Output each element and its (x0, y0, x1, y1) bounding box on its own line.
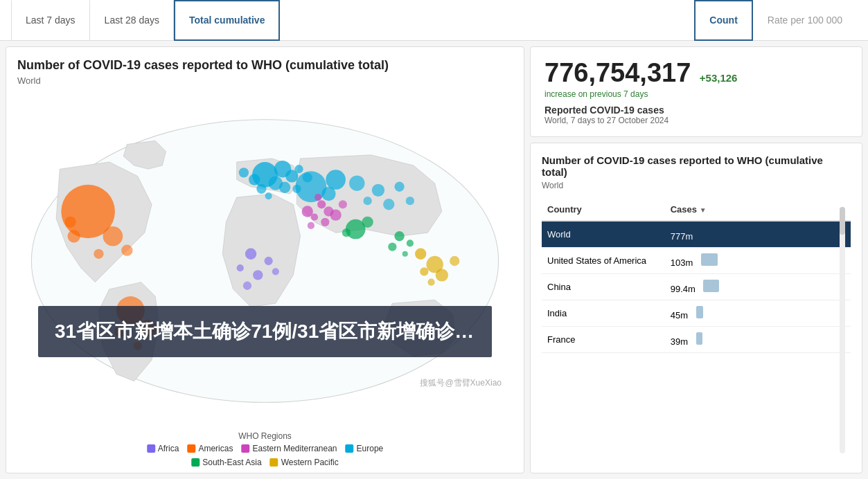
overlay-banner: 31省区市新增本土确诊71例/31省区市新增确诊144例 本土126例 (38, 306, 492, 357)
svg-point-18 (317, 200, 326, 208)
watermark: 搜狐号@雪臂XueXiao (420, 377, 502, 389)
legend-western-pacific-label: Western Pacific (281, 458, 339, 467)
nav-rateper100k[interactable]: Rate per 100 000 (753, 0, 857, 41)
stats-card: 776,754,317 +53,126 increase on previous… (530, 46, 862, 137)
cell-cases-china: 99.4m (665, 274, 851, 300)
stats-number: 776,754,317 (544, 58, 691, 87)
svg-point-37 (103, 226, 123, 246)
stats-label: Reported COVID-19 cases (544, 105, 848, 116)
svg-point-10 (279, 182, 290, 193)
legend-americas: Americas (187, 444, 233, 453)
main-content: Number of COVID-19 cases reported to WHO… (0, 41, 868, 479)
legend-southeast-asia-label: South-East Asia (202, 458, 261, 467)
svg-point-46 (245, 248, 256, 260)
svg-point-60 (342, 228, 351, 237)
table-title: Number of COVID-19 cases reported to WHO… (542, 154, 851, 178)
legend-americas-label: Americas (198, 444, 233, 453)
cell-country-world: World (542, 221, 665, 248)
cases-table: Country Cases ▼ World 777m (542, 199, 851, 353)
svg-point-35 (402, 251, 408, 257)
bar-china (703, 280, 719, 292)
legend-africa: Africa (147, 444, 179, 453)
legend-eastern-med: Eastern Mediterranean (241, 444, 337, 453)
bar-usa (701, 253, 718, 266)
svg-point-17 (302, 206, 313, 217)
eastern-med-color (241, 444, 249, 453)
table-row: China 99.4m (542, 274, 851, 300)
svg-point-51 (243, 282, 251, 290)
svg-point-25 (308, 222, 315, 229)
svg-point-6 (256, 184, 266, 194)
map-panel-title: Number of COVID-19 cases reported to WHO… (17, 58, 513, 73)
legend-europe-label: Europe (357, 444, 384, 453)
table-row: India 45m (542, 300, 851, 327)
stats-sublabel: World, 7 days to 27 October 2024 (544, 116, 848, 125)
americas-color (187, 444, 195, 453)
svg-point-48 (237, 264, 244, 271)
svg-point-14 (295, 171, 326, 202)
svg-point-55 (436, 269, 448, 281)
col-country: Country (542, 199, 665, 221)
africa-color (147, 444, 155, 453)
scrollbar-thumb[interactable] (840, 207, 845, 235)
svg-point-27 (372, 184, 384, 197)
svg-point-19 (311, 214, 318, 221)
map-panel-subtitle: World (17, 75, 513, 86)
svg-point-47 (264, 257, 272, 265)
svg-point-30 (383, 199, 394, 210)
svg-point-26 (349, 175, 364, 190)
cell-cases-france: 39m (665, 327, 851, 353)
nav-left: Last 7 days Last 28 days Total cumulativ… (11, 0, 280, 41)
svg-point-54 (420, 267, 428, 275)
table-subtitle: World (542, 181, 851, 190)
map-container: 31省区市新增本土确诊71例/31省区市新增确诊144例 本土126例 搜狐号@… (17, 91, 513, 431)
svg-point-41 (64, 217, 76, 228)
svg-point-22 (321, 218, 329, 226)
stats-increase: +53,126 (700, 72, 738, 84)
svg-point-40 (121, 245, 132, 256)
nav-count[interactable]: Count (694, 0, 752, 41)
svg-point-56 (450, 256, 459, 266)
legend-title: WHO Regions (136, 431, 395, 441)
svg-point-9 (239, 168, 249, 177)
bar-world (701, 227, 826, 240)
nav-right: Count Rate per 100 000 (694, 0, 857, 41)
svg-point-52 (415, 248, 426, 260)
left-panel: Number of COVID-19 cases reported to WHO… (6, 46, 524, 473)
svg-point-49 (253, 270, 263, 280)
svg-point-28 (394, 182, 404, 192)
nav-last7days[interactable]: Last 7 days (11, 0, 90, 41)
table-row: France 39m (542, 327, 851, 353)
svg-point-13 (265, 192, 272, 199)
right-panel: 776,754,317 +53,126 increase on previous… (530, 46, 862, 473)
svg-point-34 (388, 242, 396, 251)
nav-totalcumulative[interactable]: Total cumulative (174, 0, 280, 41)
europe-color (346, 444, 354, 453)
southeast-asia-color (191, 458, 200, 467)
cell-cases-world: 777m (665, 221, 851, 248)
stats-number-row: 776,754,317 +53,126 increase on previous… (544, 58, 848, 99)
svg-point-15 (326, 170, 346, 190)
western-pacific-color (270, 458, 278, 467)
scrollbar-track[interactable] (840, 207, 845, 453)
table-card: Number of COVID-19 cases reported to WHO… (530, 143, 862, 473)
svg-point-21 (315, 194, 321, 201)
top-nav: Last 7 days Last 28 days Total cumulativ… (0, 0, 868, 41)
legend-eastern-med-label: Eastern Mediterranean (252, 444, 337, 453)
nav-last28days[interactable]: Last 28 days (90, 0, 174, 41)
cell-cases-india: 45m (665, 300, 851, 327)
svg-point-23 (330, 209, 341, 220)
legend-southeast-asia: South-East Asia (191, 458, 261, 467)
table-row: United States of America 103m (542, 248, 851, 274)
svg-point-4 (249, 174, 260, 185)
svg-point-16 (321, 187, 335, 201)
cell-country-usa: United States of America (542, 248, 665, 274)
table-wrapper: Country Cases ▼ World 777m (542, 199, 851, 462)
col-cases[interactable]: Cases ▼ (665, 199, 851, 221)
svg-point-33 (407, 240, 414, 246)
legend-items: Africa Americas Eastern Mediterranean Eu… (136, 444, 395, 467)
sort-icon: ▼ (700, 206, 707, 214)
bar-india (696, 306, 703, 318)
svg-point-24 (339, 200, 347, 208)
svg-point-39 (94, 249, 103, 259)
